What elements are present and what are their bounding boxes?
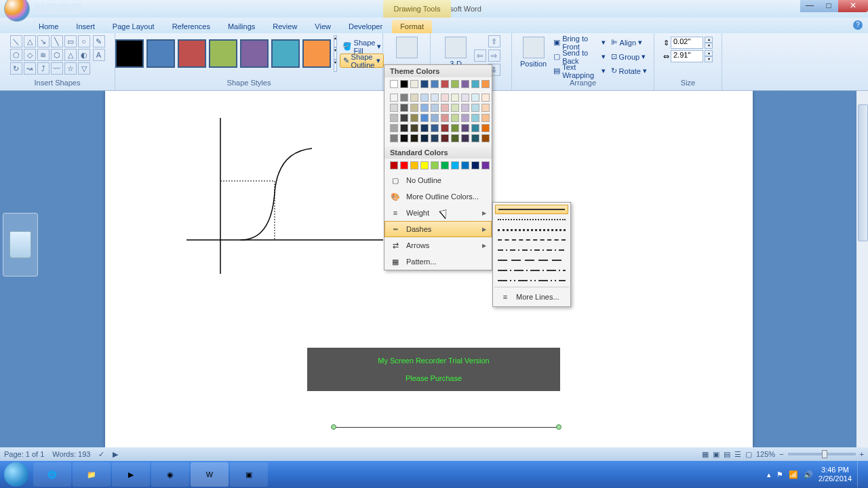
qat-customize-icon[interactable] [71,3,81,14]
width-down[interactable]: ▾ [705,56,713,62]
color-swatch[interactable] [441,134,449,142]
color-swatch[interactable] [410,114,418,122]
start-button[interactable] [0,461,33,488]
shape-outline-button[interactable]: ✎Shape Outline ▾ [340,54,384,68]
color-swatch[interactable] [410,134,418,142]
dash-dash-dot[interactable] [495,245,568,255]
color-swatch[interactable] [461,114,469,122]
color-swatch[interactable] [431,94,439,102]
zoom-slider[interactable] [788,453,856,455]
color-swatch[interactable] [441,94,449,102]
color-swatch[interactable] [400,161,408,169]
color-swatch[interactable] [451,161,459,169]
style-swatch[interactable] [271,39,300,68]
dash-round-dot[interactable] [495,215,568,224]
color-swatch[interactable] [451,114,459,122]
tab-references[interactable]: References [164,20,218,33]
taskbar-word-icon[interactable]: W [191,462,229,487]
color-swatch[interactable] [400,134,408,142]
dash-long-dash-dot-dot[interactable] [495,276,568,285]
color-swatch[interactable] [461,161,469,169]
tilt-up-icon[interactable]: ⇧ [488,35,500,47]
shapes-gallery[interactable]: ＼△↘╲▭○ ⬠◇≋⬡△◐ ↻↝⤴〰☆▽ [10,35,90,75]
style-swatch[interactable] [302,39,331,68]
color-swatch[interactable] [461,80,469,88]
color-swatch[interactable] [461,124,469,132]
tab-view[interactable]: View [307,20,339,33]
tilt-right-icon[interactable]: ⇨ [488,49,500,62]
color-swatch[interactable] [431,161,439,169]
color-swatch[interactable] [481,124,490,132]
send-to-back-button[interactable]: ▢ Send to Back ▾ [551,49,608,64]
height-down[interactable]: ▾ [705,43,713,49]
styles-more[interactable]: ▾ [334,60,337,72]
recycle-bin-desktop-icon[interactable] [3,213,38,277]
text-box-icon[interactable]: A [93,49,105,61]
color-swatch[interactable] [400,114,408,122]
color-swatch[interactable] [471,94,479,102]
color-swatch[interactable] [441,104,449,112]
color-swatch[interactable] [471,124,479,132]
vertical-scrollbar[interactable] [856,91,868,447]
color-swatch[interactable] [451,104,459,112]
color-swatch[interactable] [420,161,429,169]
tray-network-icon[interactable]: 📶 [789,470,798,479]
color-swatch[interactable] [481,114,490,122]
color-swatch[interactable] [481,161,490,169]
color-swatch[interactable] [481,80,490,88]
color-swatch[interactable] [390,94,398,102]
color-swatch[interactable] [471,161,479,169]
zoom-level[interactable]: 125% [756,450,775,458]
color-swatch[interactable] [390,80,398,88]
color-swatch[interactable] [481,134,490,142]
dash-square-dot[interactable] [495,225,568,235]
color-swatch[interactable] [400,94,408,102]
color-swatch[interactable] [400,124,408,132]
style-swatch[interactable] [115,39,144,68]
color-swatch[interactable] [390,161,398,169]
color-swatch[interactable] [471,80,479,88]
color-swatch[interactable] [420,114,429,122]
color-swatch[interactable] [390,124,398,132]
styles-scroll-up[interactable]: ▴ [334,35,337,47]
color-swatch[interactable] [431,124,439,132]
help-icon[interactable]: ? [853,20,863,30]
view-draft-icon[interactable]: ▢ [745,450,752,459]
shadow-effects-button[interactable] [392,35,422,61]
tab-review[interactable]: Review [264,20,305,33]
color-swatch[interactable] [481,94,490,102]
color-swatch[interactable] [451,80,459,88]
tab-developer[interactable]: Developer [340,20,391,33]
selection-handle-right[interactable] [556,424,561,430]
color-swatch[interactable] [410,161,418,169]
taskbar-explorer-icon[interactable]: 📁 [73,462,111,487]
dash-solid[interactable] [495,205,568,214]
tab-home[interactable]: Home [31,20,66,33]
edit-shape-icon[interactable]: ✎ [93,35,105,47]
no-outline-item[interactable]: ▢No Outline [384,172,492,188]
qat-redo-icon[interactable] [58,3,69,14]
color-swatch[interactable] [441,124,449,132]
color-swatch[interactable] [410,80,418,88]
color-swatch[interactable] [431,114,439,122]
color-swatch[interactable] [451,94,459,102]
more-lines-item[interactable]: ≡More Lines... [494,289,569,305]
view-web-layout-icon[interactable]: ▤ [724,450,730,459]
style-swatch[interactable] [240,39,269,68]
selection-handle-left[interactable] [331,424,336,430]
color-swatch[interactable] [431,104,439,112]
style-swatch[interactable] [178,39,206,68]
dash-dash[interactable] [495,235,568,245]
qat-save-icon[interactable] [34,3,45,14]
style-swatch[interactable] [146,39,175,68]
arrows-item[interactable]: ⇄Arrows▶ [384,237,492,253]
color-swatch[interactable] [420,104,429,112]
color-swatch[interactable] [441,114,449,122]
color-swatch[interactable] [441,161,449,169]
align-button[interactable]: ⊫ Align ▾ [608,35,650,49]
tab-format[interactable]: Format [392,20,432,33]
tilt-left-icon[interactable]: ⇦ [474,49,486,62]
color-swatch[interactable] [431,134,439,142]
taskbar-ie-icon[interactable]: 🌐 [33,462,71,487]
tab-mailings[interactable]: Mailings [220,20,263,33]
